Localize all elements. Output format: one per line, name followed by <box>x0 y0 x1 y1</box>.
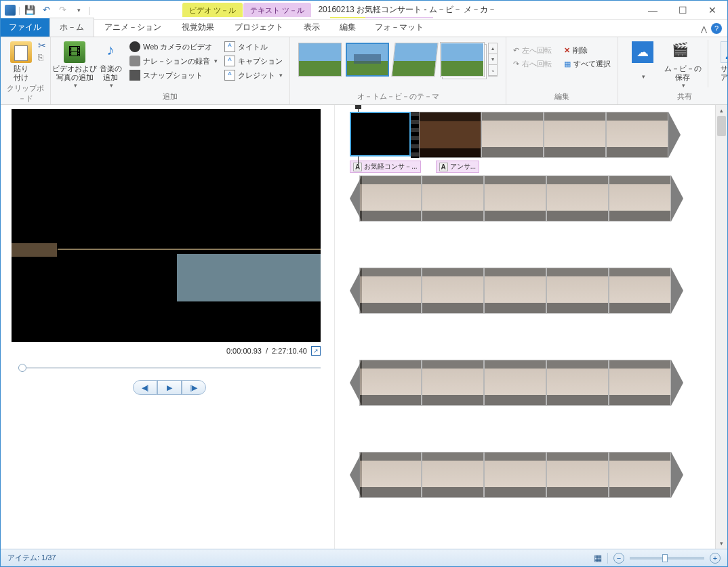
select-all-button[interactable]: ▦すべて選択 <box>561 58 613 70</box>
snapshot-button[interactable]: スナップショット <box>127 68 220 82</box>
caption-button[interactable]: Aキャプション <box>222 54 285 68</box>
caption-tag-2[interactable]: Aアンサ... <box>436 161 480 173</box>
theme-3[interactable] <box>391 43 438 77</box>
onedrive-button[interactable]: ☁ <box>628 40 658 81</box>
narration-button[interactable]: ナレ－ションの録音 <box>127 54 220 68</box>
video-edit-subtab[interactable]: 編集 <box>330 17 365 37</box>
copy-icon[interactable]: ⎘ <box>38 52 46 62</box>
zoom-out-button[interactable]: − <box>613 553 624 564</box>
seek-thumb[interactable] <box>18 364 26 372</box>
ribbon: 貼り 付け ✂ ⎘ クリップボ－ド ビデオおよび 写真の追加 ♪ 音楽の 追加 … <box>1 37 727 105</box>
strip-continue-icon <box>671 268 683 314</box>
credits-button[interactable]: Aクレジット <box>222 68 285 82</box>
maximize-button[interactable]: ☐ <box>668 1 697 20</box>
clip[interactable] <box>422 268 484 314</box>
clip[interactable] <box>422 175 484 222</box>
add-video-photo-button[interactable]: ビデオおよび 写真の追加 <box>55 40 94 90</box>
clip[interactable] <box>359 452 422 498</box>
clip[interactable] <box>546 268 609 314</box>
clip[interactable] <box>609 268 671 314</box>
clip[interactable] <box>609 175 671 222</box>
title-button[interactable]: Aタイトル <box>222 40 285 54</box>
zoom-slider[interactable] <box>630 557 704 560</box>
minimize-button[interactable]: — <box>638 1 668 20</box>
scroll-thumb[interactable] <box>717 116 726 136</box>
seek-slider[interactable] <box>18 362 321 373</box>
add-music-button[interactable]: ♪ 音楽の 追加 <box>96 40 125 90</box>
home-tab[interactable]: ホ－ム <box>49 18 94 37</box>
next-frame-button[interactable]: |▶ <box>182 380 206 395</box>
redo-icon[interactable]: ↷ <box>56 3 69 17</box>
clip[interactable] <box>609 360 671 406</box>
cut-icon[interactable]: ✂ <box>38 40 46 51</box>
visual-effects-tab[interactable]: 視覚効果 <box>171 18 224 37</box>
clip[interactable] <box>484 360 546 406</box>
main-area: 0:00:00.93/2:27:10.40 ↗ ◀| ▶ |▶ <box>1 105 727 549</box>
delete-icon: ✕ <box>564 46 570 55</box>
rotate-left-button[interactable]: ↶左へ回転 <box>510 44 554 57</box>
contextual-tool-tabs: ビデオ ツ－ル テキスト ツ－ル <box>182 3 311 17</box>
play-button[interactable]: ▶ <box>157 380 182 395</box>
clip[interactable] <box>484 268 546 314</box>
delete-button[interactable]: ✕削除 <box>561 44 590 57</box>
qat-customize-icon[interactable]: ▾ <box>72 3 85 17</box>
clip[interactable] <box>359 360 422 406</box>
signout-button[interactable]: 👤 サイン アウト <box>716 40 728 90</box>
theme-1[interactable] <box>298 43 342 77</box>
music-note-icon: ♪ <box>100 41 121 63</box>
save-icon[interactable]: 💾 <box>23 3 37 17</box>
film-edge-icon <box>411 112 419 158</box>
animation-tab[interactable]: アニメ－ション <box>94 18 171 37</box>
strip-continue-icon <box>671 360 683 406</box>
clip[interactable] <box>546 360 609 406</box>
webcam-video-button[interactable]: Web カメラのビデオ <box>127 40 220 54</box>
zoom-in-button[interactable]: + <box>710 553 721 564</box>
save-movie-button[interactable]: 🎬 ム－ビ－の 保存 <box>666 40 700 90</box>
qat-separator: | <box>88 5 90 15</box>
help-icon[interactable]: ? <box>711 23 722 34</box>
collapse-ribbon-icon[interactable]: ⋀ <box>701 25 707 34</box>
rotate-right-button[interactable]: ↷右へ回転 <box>510 58 554 70</box>
clip-3[interactable] <box>481 112 544 158</box>
clip[interactable] <box>546 452 609 498</box>
save-movie-icon: 🎬 <box>672 41 693 63</box>
clip[interactable] <box>422 452 484 498</box>
scroll-down-icon[interactable]: ▾ <box>716 538 727 549</box>
clip-5[interactable] <box>606 112 668 158</box>
clip[interactable] <box>609 452 671 498</box>
clip[interactable] <box>484 452 546 498</box>
scroll-up-icon[interactable]: ▴ <box>716 105 727 116</box>
clip-1-title[interactable] <box>350 112 411 158</box>
rotate-left-icon: ↶ <box>513 46 519 55</box>
text-format-subtab[interactable]: フォ－マット <box>365 17 433 37</box>
text-tools-tab-header: テキスト ツ－ル <box>243 3 311 17</box>
share-label: 共有 <box>622 91 728 103</box>
view-mode-icon[interactable]: ▦ <box>594 553 602 563</box>
item-count: アイテム: 1/37 <box>7 553 56 563</box>
theme-2[interactable] <box>346 43 389 77</box>
clip[interactable] <box>359 268 422 314</box>
webcam-icon <box>129 41 140 52</box>
clip[interactable] <box>359 175 422 222</box>
close-button[interactable]: ✕ <box>697 1 727 20</box>
file-tab[interactable]: ファイル <box>1 18 49 37</box>
clip-2[interactable] <box>419 112 481 158</box>
fullscreen-icon[interactable]: ↗ <box>311 346 321 356</box>
clip[interactable] <box>484 175 546 222</box>
view-tab[interactable]: 表示 <box>294 18 330 37</box>
clip[interactable] <box>422 360 484 406</box>
clip[interactable] <box>546 175 609 222</box>
prev-frame-button[interactable]: ◀| <box>133 380 157 395</box>
timeline-scrollbar[interactable]: ▴ ▾ <box>715 105 727 549</box>
zoom-thumb[interactable] <box>662 554 668 562</box>
caption-tag-1[interactable]: Aお気軽コンサ－... <box>350 161 421 173</box>
undo-icon[interactable]: ↶ <box>39 3 53 17</box>
paste-button[interactable]: 貼り 付け <box>5 40 37 83</box>
themes-label: オ－トム－ビ－のテ－マ <box>294 91 502 103</box>
theme-gallery-dropdown[interactable]: ▴▾⌄ <box>488 43 498 77</box>
clip-4[interactable] <box>544 112 606 158</box>
status-bar: アイテム: 1/37 ▦ − + <box>1 549 727 566</box>
timeline-content[interactable]: Aお気軽コンサ－... Aアンサ... <box>335 105 712 549</box>
project-tab[interactable]: プロジェクト <box>224 18 294 37</box>
theme-4[interactable] <box>441 43 484 77</box>
